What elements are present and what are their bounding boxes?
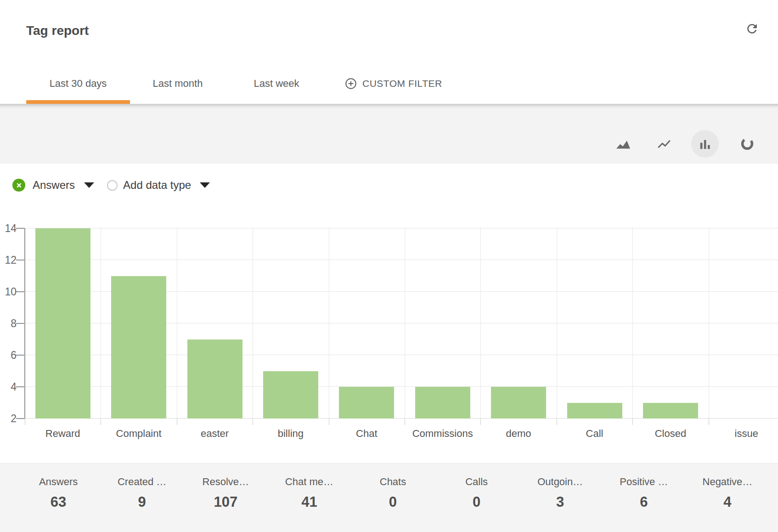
summary-item-value: 107 (184, 494, 267, 510)
line-chart-icon (656, 136, 672, 152)
summary-item-label: Chats (351, 476, 434, 487)
tab-last-30-days[interactable]: Last 30 days (26, 61, 130, 104)
series-dropdown-caret-icon[interactable] (84, 182, 94, 188)
plus-circle-icon (344, 77, 357, 90)
y-tick-label: 4 (0, 381, 17, 392)
summary-item-label: Resolve… (184, 476, 267, 487)
x-category-label: Reward (25, 427, 101, 440)
summary-bar: Answers63Created …9Resolve…107Chat me…41… (0, 463, 778, 532)
bar-easter[interactable] (187, 340, 242, 419)
x-axis-tick (632, 419, 633, 425)
gridline (177, 228, 177, 419)
summary-item-label: Created … (100, 476, 184, 487)
add-data-type-label[interactable]: Add data type (123, 179, 191, 192)
x-category-label: easter (177, 427, 253, 440)
summary-item-value: 3 (519, 494, 602, 510)
summary-item-label: Negative… (686, 476, 769, 487)
custom-filter-button[interactable]: CUSTOM FILTER (344, 59, 442, 105)
add-data-type-caret-icon[interactable] (200, 182, 210, 188)
x-axis-tick (557, 419, 557, 425)
x-axis-tick (329, 419, 329, 425)
gridline (632, 228, 633, 419)
y-tick-label: 12 (0, 255, 17, 266)
summary-item-value: 4 (686, 494, 769, 510)
x-category-label: Complaint (101, 427, 176, 440)
gridline (253, 228, 253, 419)
summary-item[interactable]: Chat me…41 (267, 476, 351, 510)
summary-item[interactable]: Calls0 (435, 476, 519, 510)
summary-item[interactable]: Outgoin…3 (519, 476, 602, 510)
x-category-label: Chat (329, 427, 405, 440)
gridline (405, 228, 405, 419)
y-axis-tick (16, 260, 25, 260)
bar-chart-button[interactable] (691, 130, 719, 158)
bar-reward[interactable] (35, 228, 90, 419)
summary-item[interactable]: Resolve…107 (184, 476, 267, 510)
active-series-label[interactable]: Answers (33, 179, 75, 192)
x-axis-tick (405, 419, 405, 425)
summary-item-value: 41 (267, 494, 351, 510)
summary-item-label: Positive … (602, 476, 686, 487)
area-chart-button[interactable] (609, 130, 637, 158)
y-axis-labels: 2468101214 (0, 228, 17, 419)
x-category-label: Closed (632, 427, 708, 440)
summary-item[interactable]: Answers63 (17, 476, 100, 510)
x-axis-tick (101, 419, 101, 425)
y-tick-label: 8 (0, 318, 17, 329)
summary-row: Answers63Created …9Resolve…107Chat me…41… (17, 464, 769, 510)
tab-bar: Last 30 daysLast monthLast week CUSTOM F… (0, 61, 778, 104)
bar-chat[interactable] (339, 387, 394, 419)
bar-billing[interactable] (263, 371, 318, 419)
bar-demo[interactable] (491, 387, 546, 419)
gridline (557, 228, 557, 419)
gridline (25, 260, 778, 260)
bar-call[interactable] (567, 403, 622, 419)
custom-filter-label: CUSTOM FILTER (362, 78, 442, 89)
summary-item-value: 0 (435, 494, 519, 510)
y-axis-tick (16, 323, 25, 324)
donut-chart-button[interactable] (733, 130, 761, 158)
add-data-type-radio[interactable] (107, 180, 118, 191)
page-title: Tag report (26, 23, 89, 39)
x-axis-tick (253, 419, 253, 425)
gridline (25, 228, 778, 228)
summary-item[interactable]: Chats0 (351, 476, 434, 510)
y-axis-tick (16, 228, 25, 229)
y-tick-label: 6 (0, 350, 17, 361)
x-axis-tick (25, 419, 25, 425)
line-chart-button[interactable] (650, 130, 678, 158)
summary-item[interactable]: Negative…4 (686, 476, 769, 510)
summary-item-value: 9 (100, 494, 184, 510)
summary-item-label: Outgoin… (519, 476, 602, 487)
y-axis-tick (16, 386, 25, 387)
close-circle-icon (15, 181, 23, 189)
tag-report-page: Tag report Last 30 daysLast monthLast we… (0, 0, 778, 532)
bar-commissions[interactable] (415, 387, 470, 419)
x-axis-tick (177, 419, 177, 425)
x-category-label: demo (480, 427, 556, 440)
remove-series-button[interactable] (12, 179, 25, 192)
x-axis-tick (480, 419, 481, 425)
summary-item-value: 6 (602, 494, 686, 510)
bar-closed[interactable] (643, 403, 698, 419)
refresh-button[interactable] (744, 22, 760, 37)
tab-last-week[interactable]: Last week (226, 61, 327, 104)
summary-item[interactable]: Created …9 (100, 476, 184, 510)
gridline (709, 228, 709, 419)
x-axis-tick (709, 419, 709, 425)
summary-item-value: 63 (17, 494, 100, 510)
x-category-label: billing (253, 427, 328, 440)
bar-complaint[interactable] (111, 276, 166, 419)
gridline (329, 228, 329, 419)
y-axis-tick (16, 355, 25, 356)
x-axis-labels: RewardComplainteasterbillingChatCommissi… (25, 427, 778, 441)
gridline (480, 228, 481, 419)
y-tick-label: 10 (0, 286, 17, 297)
summary-item[interactable]: Positive …6 (602, 476, 686, 510)
y-axis-tick (16, 418, 25, 419)
area-chart-icon (615, 136, 631, 152)
summary-item-label: Calls (435, 476, 519, 487)
summary-item-label: Chat me… (267, 476, 351, 487)
tab-last-month[interactable]: Last month (130, 61, 226, 104)
gridline (101, 228, 101, 419)
